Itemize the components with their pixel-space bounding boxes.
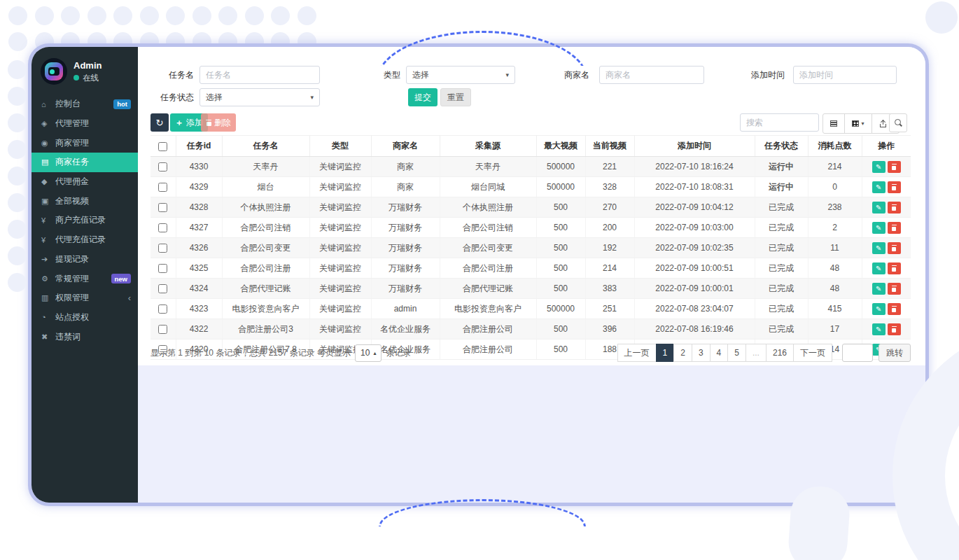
row-actions: ✎ [862,197,911,218]
task-status-select[interactable]: 选择 ▾ [200,88,320,106]
edit-button[interactable]: ✎ [872,283,886,295]
columns-button[interactable]: ▾ [844,113,872,134]
row-checkbox[interactable] [158,304,167,314]
records-summary-suffix: 条记录 [386,347,411,359]
select-all-checkbox[interactable] [158,142,167,151]
table-row: 4323电影投资意向客户关键词监控admin电影投资意向客户5000002512… [150,299,911,319]
sidebar-item-agent-recharge-records[interactable]: ¥代理充值记录 [31,230,138,250]
merchant-name-input[interactable] [599,66,704,84]
user-panel: Admin 在线 [31,47,138,93]
page-button-5[interactable]: 5 [727,344,746,362]
edit-button[interactable]: ✎ [872,202,886,214]
row-actions: ✎ [862,319,911,340]
delete-row-button[interactable] [888,303,901,315]
type-select[interactable]: 选择 ▾ [406,66,515,84]
sidebar-item-label: 站点授权 [55,312,89,323]
decor-dot [271,6,290,25]
sidebar-item-withdraw-records[interactable]: ➔提现记录 [31,250,138,270]
row-checkbox[interactable] [158,223,167,232]
row-checkbox[interactable] [158,203,167,212]
prev-page-button[interactable]: 上一页 [617,344,657,362]
cell-name: 烟台 [222,177,309,197]
delete-row-button[interactable] [888,161,901,173]
row-select-cell [150,299,176,319]
reset-button[interactable]: 重置 [440,88,471,106]
row-checkbox[interactable] [158,264,167,273]
status-badge: 已完成 [755,299,808,319]
sidebar-item-agent-management[interactable]: ◈代理管理 [31,114,138,134]
sidebar-item-label: 商户充值记录 [55,214,106,226]
column-header: 任务id [176,136,222,157]
trash-icon [892,286,897,292]
cell-source: 天率丹 [440,157,536,177]
page-button-1[interactable]: 1 [656,344,675,362]
column-header: 商家名 [371,136,440,157]
delete-row-button[interactable] [888,181,901,193]
edit-button[interactable]: ✎ [872,242,886,254]
edit-button[interactable]: ✎ [872,323,886,335]
search-input[interactable] [740,113,819,132]
cell-points: 48 [808,279,862,299]
page-button-3[interactable]: 3 [692,344,710,362]
table-row: 4324合肥代理记账关键词监控万瑞财务合肥代理记账5003832022-07-0… [150,279,911,299]
online-status-dot [74,75,79,80]
status-badge: 已完成 [755,218,808,238]
sidebar-item-permission-management[interactable]: ▥权限管理‹ [31,288,138,308]
page-size-dropdown[interactable]: 10 ▴ [355,344,382,362]
search-button[interactable] [889,113,907,132]
sidebar-item-merchant-management[interactable]: ◉商家管理 [31,133,138,153]
cell-name: 合肥公司注册 [222,258,309,279]
edit-button[interactable]: ✎ [872,181,886,193]
cell-current: 251 [585,299,634,319]
cell-source: 合肥公司变更 [440,238,536,258]
cell-type: 关键词监控 [309,319,371,340]
delete-row-button[interactable] [888,323,901,335]
avatar[interactable] [41,58,67,85]
task-name-input[interactable] [200,66,320,84]
edit-button[interactable]: ✎ [872,161,886,173]
sidebar-item-banned-words[interactable]: ✖违禁词 [31,327,138,346]
sidebar-item-general-management[interactable]: ⚙常规管理new [31,269,138,288]
page-button-4[interactable]: 4 [710,344,729,362]
sidebar-item-agent-commission[interactable]: ◆代理佣金 [31,172,138,192]
row-select-cell [150,319,176,340]
row-checkbox[interactable] [158,183,167,192]
edit-button[interactable]: ✎ [872,303,886,315]
delete-row-button[interactable] [888,262,901,274]
toggle-view-button[interactable] [822,113,845,134]
add-time-input[interactable] [793,66,897,84]
row-actions: ✎ [862,218,911,238]
cell-max: 500 [536,197,585,218]
delete-button[interactable]: 删除 [201,113,236,132]
delete-row-button[interactable] [888,242,901,254]
sidebar-item-site-authorization[interactable]: ◔站点授权 [31,308,138,328]
jump-button[interactable]: 跳转 [878,344,911,362]
chevron-down-icon: ▾ [505,71,509,78]
edit-button[interactable]: ✎ [872,262,886,274]
row-checkbox[interactable] [158,284,167,293]
row-checkbox[interactable] [158,162,167,172]
chevron-up-icon: ▴ [373,350,376,356]
task-status-select-value: 选择 [206,92,223,104]
trash-icon [206,120,211,126]
delete-row-button[interactable] [888,222,901,234]
delete-row-button[interactable] [888,202,901,214]
delete-row-button[interactable] [888,283,901,295]
row-checkbox[interactable] [158,325,167,334]
cell-source: 烟台同城 [440,177,536,197]
sidebar-item-merchant-tasks[interactable]: ▤商家任务 [31,153,138,172]
sidebar-item-console[interactable]: ⌂控制台hot [31,94,138,114]
sidebar-item-merchant-recharge-records[interactable]: ¥商户充值记录 [31,211,138,230]
row-checkbox[interactable] [158,244,167,253]
jump-page-input[interactable] [842,344,873,362]
sidebar-item-all-videos[interactable]: ▣全部视频 [31,191,138,211]
next-page-button[interactable]: 下一页 [793,344,832,362]
pencil-icon: ✎ [876,265,881,272]
row-select-cell [150,238,176,258]
cell-max: 500 [536,218,585,238]
submit-button[interactable]: 提交 [408,88,438,106]
page-button-2[interactable]: 2 [673,344,692,362]
refresh-button[interactable]: ↻ [150,113,169,132]
page-button-216[interactable]: 216 [766,344,794,362]
edit-button[interactable]: ✎ [872,222,886,234]
